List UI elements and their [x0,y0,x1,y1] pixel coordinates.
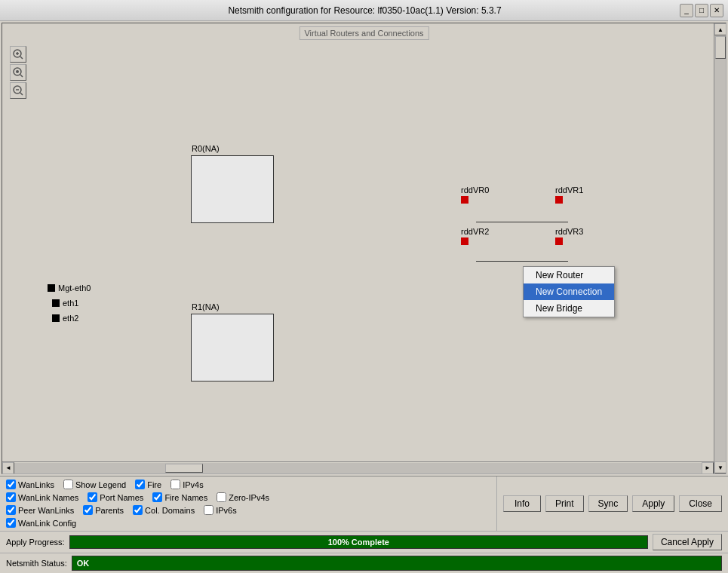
zoom-out-button[interactable] [10,82,26,99]
vr-node-rddvr3[interactable]: rddVR3 [555,227,583,245]
checkbox-fire-names[interactable]: Fire Names [152,492,207,502]
zoom-controls [10,46,26,99]
close-button[interactable]: Close [679,495,722,512]
checkbox-zero-ipv4s[interactable]: Zero-IPv4s [217,492,269,502]
scroll-left-button[interactable]: ◄ [2,462,14,474]
vr-label-rddvr0: rddVR0 [461,185,489,195]
checkbox-row-1: WanLinks Show Legend Fire IPv4s [6,478,490,491]
checkboxes-col: WanLinks Show Legend Fire IPv4s [0,476,496,531]
minimize-button[interactable]: _ [680,4,693,17]
zoom-in-button[interactable] [10,46,26,63]
vr-square-rddvr0 [461,196,468,204]
svg-line-3 [20,57,23,59]
horizontal-scrollbar[interactable]: ◄ ► [2,461,714,473]
scroll-down-button[interactable]: ▼ [714,461,726,473]
context-new-bridge[interactable]: New Bridge [524,300,614,317]
checkbox-show-legend-input[interactable] [63,480,73,489]
vr-connection-2-3 [476,261,568,262]
apply-button[interactable]: Apply [632,495,674,512]
scroll-up-button[interactable]: ▲ [714,23,726,35]
status-text: OK [77,559,90,568]
checkbox-fire-input[interactable] [135,480,145,489]
scroll-track-vertical[interactable] [714,35,726,461]
checkbox-port-names-input[interactable] [88,492,97,502]
vr-label-rddvr1: rddVR1 [555,185,583,195]
buttons-top-row: Info Print Sync Apply Close [503,495,722,512]
vr-label-rddvr2: rddVR2 [461,227,489,236]
checkbox-ipv6s[interactable]: IPv6s [204,505,237,515]
checkbox-row-2: WanLink Names Port Names Fire Names Zero… [6,491,490,504]
checkbox-port-names[interactable]: Port Names [88,492,143,502]
iface-label-eth1: eth1 [63,299,78,308]
vr-square-rddvr2 [461,237,468,245]
checkbox-peer-wanlinks[interactable]: Peer WanLinks [6,505,74,515]
checkbox-zero-ipv4s-input[interactable] [217,492,226,502]
checkbox-wanlink-names-input[interactable] [6,492,16,502]
interface-eth2[interactable]: eth2 [52,314,78,323]
checkbox-wanlinks-input[interactable] [6,480,16,489]
checkbox-wanlink-config[interactable]: WanLink Config [6,518,76,528]
vr-node-rddvr0[interactable]: rddVR0 [461,185,489,204]
sync-button[interactable]: Sync [588,495,628,512]
checkbox-parents-input[interactable] [83,505,93,515]
router-r1-label: R1(NA) [192,302,220,311]
iface-label-eth2: eth2 [63,314,78,323]
checkbox-row-4: WanLink Config [6,516,490,529]
scroll-thumb-horizontal[interactable] [165,464,203,473]
context-new-router[interactable]: New Router [524,267,614,283]
vr-node-rddvr2[interactable]: rddVR2 [461,227,489,245]
checkbox-fire[interactable]: Fire [135,480,161,489]
maximize-button[interactable]: □ [695,4,708,17]
canvas-area[interactable]: Virtual Routers and Connections ▲ ▼ ◄ ► [2,23,726,474]
progress-row: Apply Progress: 100% Complete Cancel App… [0,532,728,553]
vertical-scrollbar[interactable]: ▲ ▼ [714,23,726,473]
router-r0[interactable]: R0(NA) [191,155,274,223]
checkbox-wanlink-names[interactable]: WanLink Names [6,492,78,502]
checkbox-fire-names-input[interactable] [152,492,162,502]
svg-line-9 [20,93,23,95]
context-new-connection[interactable]: New Connection [524,283,614,300]
interface-eth1[interactable]: eth1 [52,299,78,308]
iface-square-eth1 [52,299,60,307]
checkbox-ipv6s-input[interactable] [204,505,213,515]
vr-node-rddvr1[interactable]: rddVR1 [555,185,583,204]
router-r1[interactable]: R1(NA) [191,314,274,381]
checkbox-ipv4s-input[interactable] [170,480,180,489]
window-controls: _ □ ✕ [680,4,723,17]
vr-square-rddvr3 [555,237,563,245]
checkbox-wanlinks[interactable]: WanLinks [6,480,54,489]
vr-connection-0-1 [476,222,568,222]
close-button[interactable]: ✕ [710,4,723,17]
scroll-thumb-vertical[interactable] [715,36,726,59]
zoom-reset-icon [13,67,23,78]
vr-square-rddvr1 [555,196,563,204]
checkbox-ipv4s[interactable]: IPv4s [170,480,204,489]
iface-square-mgt-eth0 [48,284,55,292]
progress-label: Apply Progress: [6,538,65,547]
checkbox-show-legend[interactable]: Show Legend [63,480,126,489]
progress-bar: 100% Complete [70,536,647,548]
zoom-in-icon [13,49,23,60]
zoom-reset-button[interactable] [10,64,26,81]
checkbox-col-domains-input[interactable] [133,505,143,515]
router-r0-label: R0(NA) [192,144,220,153]
checkbox-wanlink-config-input[interactable] [6,518,16,528]
print-button[interactable]: Print [545,495,584,512]
scroll-right-button[interactable]: ► [702,462,714,474]
checkbox-col-domains[interactable]: Col. Domains [133,505,195,515]
iface-label-mgt-eth0: Mgt-eth0 [58,283,91,293]
progress-bar-container: 100% Complete [69,535,648,549]
status-row: Netsmith Status: OK [0,553,728,573]
action-buttons: Info Print Sync Apply Close [496,476,728,531]
scroll-track-horizontal[interactable] [14,463,702,473]
info-button[interactable]: Info [503,495,541,512]
svg-point-5 [16,70,19,73]
zoom-out-icon [13,85,23,96]
checkbox-parents[interactable]: Parents [83,505,124,515]
window-title: Netsmith configuration for Resource: lf0… [50,5,680,16]
bottom-row1: WanLinks Show Legend Fire IPv4s [0,476,728,532]
cancel-apply-button[interactable]: Cancel Apply [653,534,722,550]
checkbox-peer-wanlinks-input[interactable] [6,505,16,515]
main-content: Virtual Routers and Connections ▲ ▼ ◄ ► [0,21,728,573]
interface-mgt-eth0[interactable]: Mgt-eth0 [48,283,91,293]
